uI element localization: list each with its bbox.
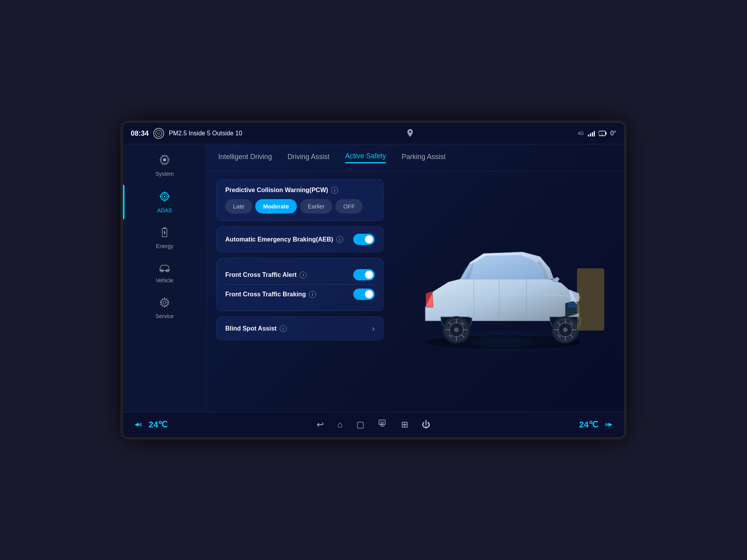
status-right: 4G △ 0°	[578, 130, 616, 137]
pcw-btn-moderate[interactable]: Moderate	[255, 199, 297, 214]
front-cross-alert-label: Front Cross Traffic Alert i	[225, 271, 307, 278]
network-badge: 4G	[578, 131, 584, 136]
energy-icon	[159, 227, 170, 241]
sidebar-item-system-label: System	[156, 171, 174, 177]
temp-right-icon	[601, 422, 612, 428]
content-area: Intelligent Driving Driving Assist Activ…	[207, 144, 624, 412]
bottom-nav: ↩ ⌂ ▢ ⊞ ⏻	[317, 419, 430, 430]
front-cross-alert-info-icon[interactable]: i	[300, 271, 307, 278]
tab-driving-assist[interactable]: Driving Assist	[288, 153, 330, 163]
sidebar-item-vehicle-label: Vehicle	[156, 277, 173, 284]
air-quality-icon	[153, 128, 164, 139]
aeb-toggle[interactable]	[353, 234, 375, 245]
air-quality-text: PM2.5 Inside 5 Outside 10	[169, 130, 242, 137]
svg-rect-52	[577, 268, 604, 331]
blind-spot-info-icon[interactable]: i	[280, 325, 287, 332]
tab-active-safety[interactable]: Active Safety	[345, 152, 386, 163]
status-left: 08:34 PM2.5 Inside 5 Outside 10	[131, 128, 242, 139]
blind-spot-arrow-icon: ›	[372, 324, 375, 333]
front-cross-braking-row: Front Cross Traffic Braking i	[225, 285, 375, 304]
blind-spot-label: Blind Spot Assist i	[225, 325, 287, 332]
car-image	[402, 222, 604, 362]
vehicle-icon	[158, 263, 171, 275]
sidebar-item-system[interactable]: System	[123, 148, 206, 183]
status-bar: 08:34 PM2.5 Inside 5 Outside 10 4G	[123, 123, 624, 144]
tab-intelligent-driving[interactable]: Intelligent Driving	[218, 153, 272, 163]
main-content: System ADAS	[123, 144, 624, 412]
sidebar: System ADAS	[123, 144, 207, 412]
svg-rect-54	[380, 422, 384, 425]
nav-power-icon[interactable]: ⏻	[422, 420, 430, 430]
status-time: 08:34	[131, 130, 149, 138]
settings-column: Predictive Collision Warning(PCW) i Late…	[216, 179, 384, 404]
svg-rect-27	[568, 303, 576, 306]
pcw-options: Late Moderate Earlier OFF	[225, 199, 375, 214]
sidebar-item-adas-label: ADAS	[157, 207, 172, 214]
aeb-label: Automatic Emergency Braking(AEB) i	[225, 236, 343, 243]
svg-point-0	[156, 130, 162, 136]
pcw-btn-earlier[interactable]: Earlier	[300, 199, 332, 214]
front-cross-braking-info-icon[interactable]: i	[309, 291, 316, 298]
front-cross-alert-row: Front Cross Traffic Alert i	[225, 265, 375, 285]
sidebar-item-vehicle[interactable]: Vehicle	[123, 257, 206, 289]
svg-text:△: △	[601, 132, 603, 136]
temp-left: 24℃	[135, 420, 168, 430]
nav-recent-icon[interactable]: ▢	[356, 420, 365, 430]
pcw-btn-off[interactable]: OFF	[335, 199, 363, 214]
svg-point-16	[163, 301, 166, 304]
pcw-title: Predictive Collision Warning(PCW) i	[225, 187, 375, 194]
service-icon	[159, 297, 170, 311]
front-cross-alert-toggle[interactable]	[353, 269, 375, 280]
content-panel: Predictive Collision Warning(PCW) i Late…	[207, 172, 624, 412]
sidebar-item-service[interactable]: Service	[123, 291, 206, 325]
svg-point-43	[454, 327, 459, 332]
pcw-btn-late[interactable]: Late	[225, 199, 252, 214]
svg-point-7	[164, 196, 165, 197]
tab-parking-assist[interactable]: Parking Assist	[402, 153, 445, 163]
aeb-card: Automatic Emergency Braking(AEB) i	[216, 226, 384, 252]
svg-point-4	[163, 158, 166, 161]
signal-bars	[588, 130, 595, 136]
nav-split-icon[interactable]: ⊞	[401, 420, 408, 430]
temperature-status: 0°	[610, 130, 616, 137]
nav-back-icon[interactable]: ↩	[317, 420, 324, 430]
blind-spot-row: Blind Spot Assist i ›	[225, 324, 375, 333]
nav-home-icon[interactable]: ⌂	[337, 420, 342, 430]
sidebar-item-adas[interactable]: ADAS	[123, 185, 206, 219]
front-cross-braking-toggle[interactable]	[353, 289, 375, 300]
aeb-toggle-row: Automatic Emergency Braking(AEB) i	[225, 234, 375, 245]
sidebar-item-energy[interactable]: Energy	[123, 221, 206, 255]
nav-screen-cast-icon[interactable]	[378, 419, 388, 430]
blind-spot-card[interactable]: Blind Spot Assist i ›	[216, 317, 384, 340]
temp-right: 24℃	[579, 420, 612, 430]
status-center-icon	[405, 128, 415, 139]
car-visualization	[391, 179, 614, 404]
bottom-bar: 24℃ ↩ ⌂ ▢ ⊞ ⏻ 24℃	[123, 412, 624, 437]
pcw-card: Predictive Collision Warning(PCW) i Late…	[216, 179, 384, 221]
sidebar-item-energy-label: Energy	[156, 243, 173, 249]
aeb-info-icon[interactable]: i	[336, 236, 343, 243]
pcw-info-icon[interactable]: i	[331, 187, 338, 194]
car-screen: 08:34 PM2.5 Inside 5 Outside 10 4G	[121, 121, 626, 439]
front-cross-braking-label: Front Cross Traffic Braking i	[225, 291, 316, 298]
adas-icon	[159, 191, 170, 205]
tabs-bar: Intelligent Driving Driving Assist Activ…	[207, 144, 624, 172]
svg-point-31	[563, 327, 568, 332]
svg-rect-13	[163, 228, 166, 229]
battery-icon: △	[599, 130, 607, 136]
system-icon	[159, 154, 170, 168]
front-cross-card: Front Cross Traffic Alert i Front Cross …	[216, 258, 384, 311]
temp-left-icon	[135, 422, 146, 428]
sidebar-item-service-label: Service	[156, 313, 174, 319]
svg-rect-2	[605, 132, 607, 135]
